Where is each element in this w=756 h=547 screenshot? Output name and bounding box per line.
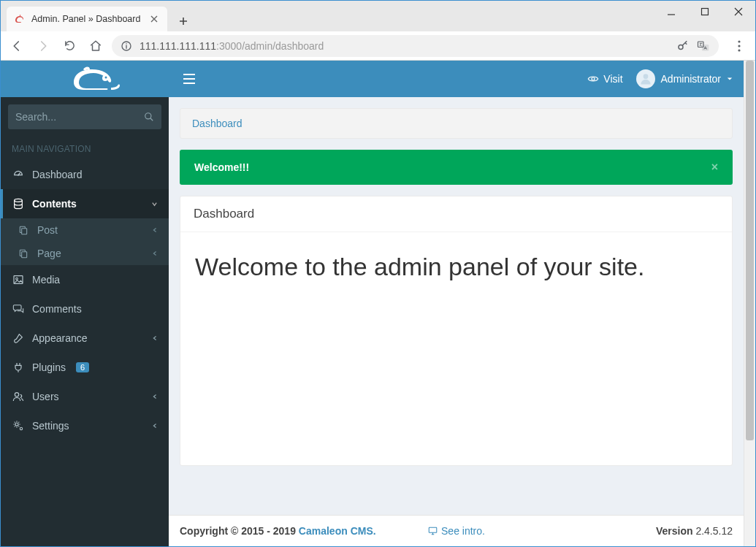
search-input[interactable] bbox=[15, 111, 144, 123]
tab-close-icon[interactable] bbox=[148, 13, 160, 25]
svg-point-8 bbox=[738, 49, 740, 51]
scrollbar[interactable] bbox=[744, 61, 755, 546]
svg-point-21 bbox=[15, 423, 18, 426]
sidebar-label: Comments bbox=[32, 303, 82, 315]
panel-body: Welcome to the admin panel of your site. bbox=[180, 232, 732, 302]
welcome-heading: Welcome to the admin panel of your site. bbox=[195, 253, 717, 281]
tab-title: Admin. Panel » Dashboard bbox=[31, 14, 140, 24]
new-tab-button[interactable] bbox=[173, 11, 194, 31]
sidebar-label: Media bbox=[32, 274, 60, 286]
visit-label: Visit bbox=[603, 73, 622, 85]
logo[interactable] bbox=[1, 61, 169, 97]
window-close-button[interactable] bbox=[722, 1, 755, 23]
tab-strip: Admin. Panel » Dashboard bbox=[1, 1, 194, 31]
svg-point-24 bbox=[643, 74, 648, 79]
dashboard-panel: Dashboard Welcome to the admin panel of … bbox=[180, 196, 733, 466]
svg-rect-5 bbox=[703, 45, 709, 50]
url-host: 111.111.111.111 bbox=[140, 40, 216, 52]
see-intro-link[interactable]: See intro. bbox=[441, 525, 485, 537]
sidebar-toggle-button[interactable] bbox=[180, 70, 199, 88]
database-icon bbox=[12, 198, 25, 210]
sidebar-label: Appearance bbox=[32, 332, 88, 344]
browser-menu-button[interactable] bbox=[729, 36, 749, 56]
chameleon-logo-icon bbox=[41, 64, 129, 94]
visit-link[interactable]: Visit bbox=[587, 73, 622, 85]
welcome-alert: Welcome!!! × bbox=[180, 150, 733, 185]
sidebar-item-contents[interactable]: Contents bbox=[1, 189, 169, 218]
sidebar-label: Contents bbox=[32, 198, 77, 210]
version-value: 2.4.5.12 bbox=[693, 525, 733, 537]
scrollbar-thumb[interactable] bbox=[746, 61, 754, 440]
home-button[interactable] bbox=[85, 36, 106, 56]
window-minimize-button[interactable] bbox=[654, 1, 688, 23]
translate-icon[interactable] bbox=[697, 39, 710, 53]
cogs-icon bbox=[12, 420, 25, 432]
sidebar-subitem-page[interactable]: Page bbox=[1, 242, 169, 265]
sidebar-item-comments[interactable]: Comments bbox=[1, 294, 169, 324]
sidebar-item-media[interactable]: Media bbox=[1, 265, 169, 294]
search-wrap bbox=[1, 97, 169, 137]
avatar bbox=[636, 69, 655, 88]
svg-rect-17 bbox=[22, 252, 27, 258]
panel-title: Dashboard bbox=[180, 196, 732, 232]
svg-point-20 bbox=[15, 393, 18, 397]
comments-icon bbox=[12, 303, 25, 315]
breadcrumb-dashboard[interactable]: Dashboard bbox=[192, 118, 243, 129]
browser-titlebar: Admin. Panel » Dashboard bbox=[1, 1, 755, 31]
nav-header: MAIN NAVIGATION bbox=[1, 137, 169, 160]
search-icon[interactable] bbox=[144, 112, 154, 122]
brand-link[interactable]: Camaleon CMS. bbox=[299, 525, 376, 537]
svg-point-7 bbox=[738, 45, 740, 47]
paintbrush-icon bbox=[12, 332, 25, 344]
svg-point-19 bbox=[16, 278, 18, 280]
app: MAIN NAVIGATION Dashboard Contents bbox=[1, 61, 744, 546]
sidebar-item-settings[interactable]: Settings bbox=[1, 411, 169, 440]
alert-close-icon[interactable]: × bbox=[711, 161, 718, 174]
dashboard-icon bbox=[12, 169, 25, 180]
version-label: Version bbox=[656, 525, 693, 537]
sidebar-label: Plugins bbox=[32, 362, 66, 373]
plug-icon bbox=[12, 362, 25, 373]
chevron-left-icon bbox=[152, 227, 158, 233]
footer-version: Version 2.4.5.12 bbox=[656, 525, 733, 537]
key-icon[interactable] bbox=[676, 39, 690, 53]
sidebar: MAIN NAVIGATION Dashboard Contents bbox=[1, 61, 169, 546]
forward-button[interactable] bbox=[33, 36, 53, 56]
sidebar-item-dashboard[interactable]: Dashboard bbox=[1, 160, 169, 189]
back-button[interactable] bbox=[7, 36, 27, 56]
search-box bbox=[8, 104, 161, 129]
chevron-left-icon bbox=[152, 335, 158, 341]
browser-window: Admin. Panel » Dashboard 111.111.111.111… bbox=[0, 0, 756, 547]
copy-icon bbox=[17, 248, 30, 259]
main-column: Visit Administrator bbox=[169, 61, 744, 546]
topbar-right: Visit Administrator bbox=[587, 69, 733, 88]
window-maximize-button[interactable] bbox=[688, 1, 722, 23]
reload-button[interactable] bbox=[59, 36, 80, 56]
svg-rect-25 bbox=[429, 527, 437, 532]
sidebar-subitem-post[interactable]: Post bbox=[1, 218, 169, 242]
eye-icon bbox=[587, 73, 599, 85]
sidebar-item-appearance[interactable]: Appearance bbox=[1, 324, 169, 353]
app-body: MAIN NAVIGATION Dashboard Contents bbox=[1, 61, 744, 546]
chevron-left-icon bbox=[152, 394, 158, 399]
svg-point-12 bbox=[18, 175, 19, 176]
favicon-chameleon-icon bbox=[14, 13, 26, 25]
svg-point-2 bbox=[126, 43, 127, 45]
caret-down-icon bbox=[727, 76, 733, 82]
sidebar-item-users[interactable]: Users bbox=[1, 382, 169, 411]
user-menu[interactable]: Administrator bbox=[636, 69, 733, 88]
sidebar-label: Settings bbox=[32, 420, 69, 432]
svg-point-23 bbox=[592, 77, 595, 80]
sidebar-item-plugins[interactable]: Plugins 6 bbox=[1, 353, 169, 382]
svg-point-22 bbox=[20, 427, 22, 429]
breadcrumb: Dashboard bbox=[180, 108, 733, 139]
svg-point-3 bbox=[679, 45, 683, 49]
content-area: Dashboard Welcome!!! × Dashboard Welcome… bbox=[169, 97, 744, 515]
browser-tab[interactable]: Admin. Panel » Dashboard bbox=[7, 7, 167, 31]
address-bar: 111.111.111.111:3000/admin/dashboard bbox=[1, 31, 755, 61]
viewport: MAIN NAVIGATION Dashboard Contents bbox=[1, 61, 755, 546]
url-field[interactable]: 111.111.111.111:3000/admin/dashboard bbox=[112, 35, 719, 57]
window-controls bbox=[654, 1, 755, 23]
chevron-left-icon bbox=[152, 423, 158, 429]
site-info-icon[interactable] bbox=[121, 40, 132, 52]
